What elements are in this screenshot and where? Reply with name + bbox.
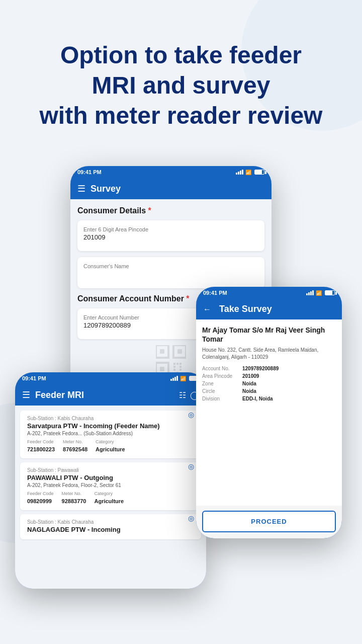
detail-title: Take Survey: [219, 304, 272, 314]
proceed-button[interactable]: PROCEED: [202, 511, 336, 532]
location-pin-0: ◎: [188, 411, 194, 419]
survey-status-icons: 📶: [236, 170, 264, 175]
feeder-signal: [170, 376, 178, 381]
location-pin-2: ◎: [188, 514, 194, 522]
feeder-code-0: Feeder Code 721800223: [27, 439, 55, 453]
feeder-screen: 09:41 PM 📶 ☰ Feeder MRI ☷: [15, 372, 206, 589]
consumer-name-field: Consumer's Name: [83, 263, 258, 278]
hero-title: Option to take feeder MRI and survey wit…: [30, 40, 332, 131]
feeder-meta-0: Feeder Code 721800223 Meter No. 87692548…: [27, 439, 194, 453]
feeder-list: ◎ Sub-Station : Kabis Chauraha Sarvatpur…: [15, 406, 206, 589]
signal-bars: [236, 170, 243, 175]
required-marker: *: [148, 206, 151, 215]
feeder-status-bar: 09:41 PM 📶: [15, 372, 206, 384]
division-row: Division EDD-I, Noida: [202, 396, 336, 401]
svg-rect-10: [179, 366, 182, 368]
account-no-value: 1209789200889: [242, 366, 279, 371]
meter-no-1: Meter No. 92883770: [62, 491, 86, 505]
feeder-name-2: NAGLAGADE PTW - Incoming: [27, 526, 194, 533]
back-arrow-icon[interactable]: ←: [203, 305, 211, 314]
phone-detail: 09:41 PM 📶 ← Take Survey: [196, 287, 342, 538]
division-label: Division: [202, 396, 242, 401]
svg-rect-8: [179, 363, 182, 365]
account-no-label: Account No.: [202, 366, 242, 371]
circle-value: Noida: [242, 388, 256, 394]
survey-title: Survey: [90, 184, 121, 194]
feeder-addr-0: A-202, Prateek Fedora... (Sub-Station Ad…: [27, 431, 194, 436]
feeder-menu-icon[interactable]: ☰: [22, 389, 30, 400]
phone-feeder: 09:41 PM 📶 ☰ Feeder MRI ☷: [15, 372, 206, 589]
area-pincode-label: Area Pincode: [202, 373, 242, 379]
circle-row: Circle Noida: [202, 388, 336, 394]
consumer-detail-name: Mr Ajay Tomar S/o Mr Raj Veer Singh Toma…: [202, 326, 336, 344]
feeder-name-0: Sarvatpura PTW - Incoming (Feeder Name): [27, 422, 194, 430]
feeder-app-bar: ☰ Feeder MRI ☷ ◯: [15, 384, 206, 406]
consumer-address: House No. 232, Cantt. Side Area, Ramleel…: [202, 347, 336, 361]
svg-rect-11: [173, 369, 175, 371]
feeder-item-1[interactable]: ◎ Sub-Station : Pawawali PAWAWALI PTW - …: [20, 462, 201, 510]
svg-rect-3: [177, 349, 182, 354]
feeder-item-0[interactable]: ◎ Sub-Station : Kabis Chauraha Sarvatpur…: [20, 411, 201, 458]
pincode-label: Enter 6 Digit Area Pincode: [83, 226, 258, 232]
category-0: Category Agriculture: [96, 439, 125, 453]
menu-icon[interactable]: ☰: [77, 183, 85, 194]
account-required-marker: *: [186, 294, 189, 303]
svg-rect-7: [176, 363, 178, 365]
area-pincode-row: Area Pincode 201009: [202, 373, 336, 379]
feeder-status-icons: 📶: [170, 376, 199, 381]
detail-time: 09:41 PM: [203, 290, 227, 296]
feeder-item-2[interactable]: ◎ Sub-Station : Kabis Chauraha NAGLAGADE…: [20, 514, 201, 539]
survey-status-bar: 09:41 PM 📶: [70, 166, 272, 178]
feeder-addr-1: A-202, Prateek Fedora, Floor-2, Sector 6…: [27, 482, 194, 488]
feeder-name-1: PAWAWALI PTW - Outgoing: [27, 474, 194, 481]
survey-app-bar: ☰ Survey: [70, 178, 272, 199]
feeder-time: 09:41 PM: [22, 375, 46, 381]
feeder-meta-1: Feeder Code 09820999 Meter No. 92883770 …: [27, 491, 194, 505]
feeder-wifi-icon: 📶: [180, 376, 186, 381]
consumer-name-label: Consumer's Name: [83, 263, 258, 269]
detail-status-icons: 📶: [306, 290, 335, 296]
zone-row: Zone Noida: [202, 381, 336, 386]
survey-time: 09:41 PM: [77, 169, 102, 175]
svg-rect-6: [173, 363, 175, 365]
feeder-title: Feeder MRI: [35, 390, 84, 400]
area-pincode-value: 201009: [242, 373, 259, 379]
zone-value: Noida: [242, 381, 256, 386]
consumer-name-value[interactable]: [83, 270, 258, 278]
battery-icon: [254, 170, 264, 175]
detail-screen: 09:41 PM 📶 ← Take Survey: [196, 287, 342, 538]
consumer-name-card: Consumer's Name: [77, 257, 264, 288]
feeder-sub-0: Sub-Station : Kabis Chauraha: [27, 416, 194, 421]
hero-section: Option to take feeder MRI and survey wit…: [0, 0, 362, 151]
meter-no-0: Meter No. 87692548: [63, 439, 87, 453]
phones-container: 09:41 PM 📶 ☰ Survey: [0, 151, 362, 604]
pincode-card: Enter 6 Digit Area Pincode 201009: [77, 220, 264, 251]
svg-rect-1: [160, 349, 164, 354]
feeder-sub-1: Sub-Station : Pawawali: [27, 467, 194, 473]
filter-icon[interactable]: ☷: [179, 390, 186, 400]
account-no-row: Account No. 1209789200889: [202, 366, 336, 371]
detail-content: Mr Ajay Tomar S/o Mr Raj Veer Singh Toma…: [196, 319, 342, 506]
svg-rect-9: [173, 366, 175, 368]
pincode-field: Enter 6 Digit Area Pincode 201009: [83, 226, 258, 241]
division-value: EDD-I, Noida: [242, 396, 273, 401]
svg-rect-5: [160, 367, 164, 371]
detail-wifi-icon: 📶: [316, 290, 322, 296]
location-pin-1: ◎: [188, 462, 194, 470]
detail-app-bar: ← Take Survey: [196, 299, 342, 319]
circle-label: Circle: [202, 388, 242, 394]
zone-label: Zone: [202, 381, 242, 386]
detail-battery-icon: [325, 290, 335, 295]
pincode-value[interactable]: 201009: [83, 233, 258, 241]
feeder-code-1: Feeder Code 09820999: [27, 491, 54, 505]
wifi-icon: 📶: [245, 170, 251, 175]
consumer-details-heading: Consumer Details *: [77, 206, 264, 215]
detail-signal: [306, 290, 314, 295]
detail-status-bar: 09:41 PM 📶: [196, 287, 342, 299]
feeder-sub-2: Sub-Station : Kabis Chauraha: [27, 519, 194, 525]
svg-rect-13: [179, 369, 182, 371]
category-1: Category Agriculture: [95, 491, 124, 505]
